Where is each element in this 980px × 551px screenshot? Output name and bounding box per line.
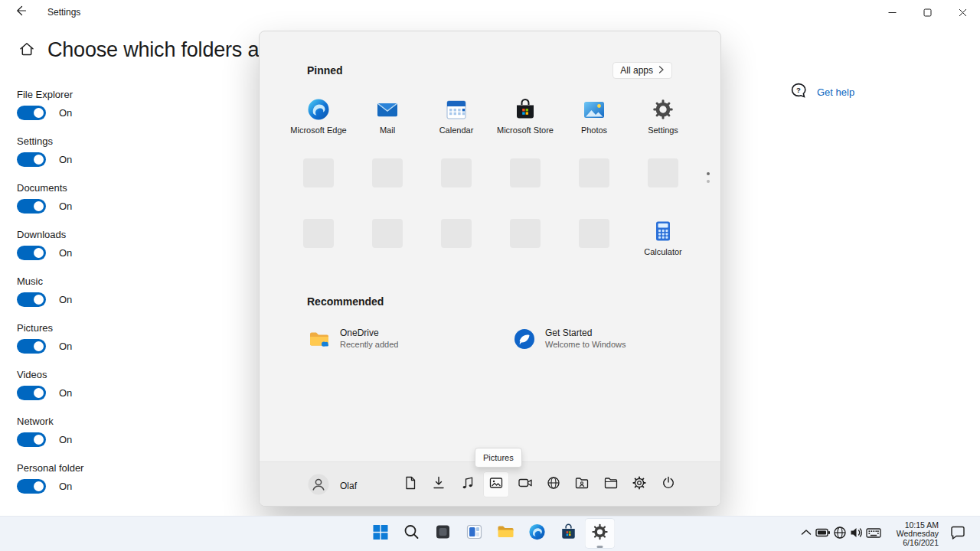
pinned-app-mail[interactable]: Mail	[353, 97, 422, 135]
user-profile-button[interactable]: Olaf	[308, 474, 357, 498]
taskbar-clock[interactable]: 10:15 AM Wednesday 6/16/2021	[882, 521, 945, 548]
settings-taskbar-button[interactable]	[585, 518, 616, 549]
all-apps-label: All apps	[620, 65, 653, 76]
toggle-item-settings: Settings On	[17, 135, 216, 182]
recommended-item-onedrive[interactable]: OneDrive Recently added	[309, 328, 514, 350]
toggle-item-videos: Videos On	[17, 369, 216, 416]
calendar-icon	[444, 97, 469, 122]
network-toggle[interactable]	[17, 432, 46, 447]
shortcut-documents[interactable]	[397, 471, 423, 497]
pinned-app-calendar[interactable]: Calendar	[422, 97, 491, 135]
taskbar-center-icons	[365, 518, 616, 549]
toggle-state: On	[59, 201, 72, 212]
battery-tray-button[interactable]	[815, 519, 831, 549]
titlebar: Settings	[0, 0, 980, 24]
calculator-icon	[651, 219, 675, 243]
widgets-button[interactable]	[459, 518, 490, 549]
store-icon	[513, 97, 537, 122]
svg-text:?: ?	[796, 86, 801, 94]
page-dot	[707, 180, 710, 183]
get-help-link[interactable]: ? Get help	[790, 82, 854, 102]
toggle-item-downloads: Downloads On	[17, 229, 216, 276]
settings-gear-icon	[651, 97, 675, 122]
shortcut-downloads[interactable]	[426, 471, 452, 497]
recommended-section-label: Recommended	[307, 295, 384, 308]
toggle-label: Personal folder	[17, 462, 216, 474]
touch-keyboard-tray-button[interactable]	[865, 519, 882, 549]
clock-date: 6/16/2021	[882, 539, 939, 548]
get-help-icon: ?	[790, 82, 807, 102]
store-icon	[560, 523, 578, 544]
notification-center-button[interactable]	[945, 519, 971, 549]
personal-folder-icon	[574, 475, 590, 494]
search-button[interactable]	[397, 518, 427, 549]
task-view-button[interactable]	[428, 518, 459, 549]
back-button[interactable]	[5, 0, 38, 24]
start-menu: Pinned All apps Microsoft Edge	[259, 31, 721, 507]
toggle-state: On	[59, 481, 72, 492]
file-explorer-taskbar-button[interactable]	[491, 518, 521, 549]
personal-folder-toggle[interactable]	[17, 479, 46, 494]
documents-icon	[403, 475, 418, 494]
widgets-icon	[466, 523, 484, 544]
toggle-state: On	[59, 387, 72, 399]
app-label: Mail	[380, 126, 395, 135]
app-placeholder	[441, 219, 472, 248]
recommended-item-get-started[interactable]: Get Started Welcome to Windows	[514, 328, 719, 350]
edge-taskbar-button[interactable]	[522, 518, 553, 549]
app-placeholder	[303, 219, 334, 248]
start-menu-bottom-bar: Olaf	[260, 461, 720, 506]
app-placeholder	[579, 158, 609, 187]
pictures-toggle[interactable]	[17, 339, 46, 354]
toggle-state: On	[59, 341, 72, 352]
music-toggle[interactable]	[17, 292, 46, 307]
shortcut-settings[interactable]	[626, 471, 652, 497]
shortcut-videos[interactable]	[512, 471, 538, 497]
shortcut-personal-folder[interactable]	[569, 471, 595, 497]
toggle-state: On	[59, 154, 72, 165]
shortcut-pictures[interactable]	[483, 471, 509, 497]
volume-tray-button[interactable]	[848, 519, 865, 549]
chevron-up-icon	[798, 524, 815, 544]
pinned-app-photos[interactable]: Photos	[560, 97, 629, 135]
documents-toggle[interactable]	[17, 199, 46, 214]
pinned-app-microsoft-edge[interactable]: Microsoft Edge	[284, 97, 353, 135]
app-placeholder	[510, 158, 541, 187]
pinned-app-calculator[interactable]: Calculator	[629, 219, 697, 256]
windows-start-icon	[371, 523, 390, 544]
close-button[interactable]	[945, 0, 980, 24]
pinned-app-settings[interactable]: Settings	[629, 97, 697, 135]
battery-icon	[815, 524, 831, 544]
recommended-title: Get Started	[545, 328, 626, 338]
toggle-label: Settings	[17, 135, 216, 147]
toggle-item-documents: Documents On	[17, 182, 216, 229]
maximize-button[interactable]	[910, 0, 945, 24]
file-explorer-toggle[interactable]	[17, 106, 46, 120]
tray-chevron-up-button[interactable]	[798, 519, 815, 549]
taskbar: 10:15 AM Wednesday 6/16/2021	[0, 516, 980, 551]
settings-toggle[interactable]	[17, 152, 46, 167]
shortcut-file-explorer[interactable]	[598, 471, 624, 497]
get-started-icon	[514, 328, 535, 350]
get-help-label: Get help	[817, 86, 854, 98]
pinned-row-1: Microsoft Edge Mail	[284, 97, 697, 135]
shortcut-music[interactable]	[455, 471, 481, 497]
minimize-button[interactable]	[874, 0, 910, 24]
app-label: Microsoft Edge	[290, 126, 346, 135]
all-apps-button[interactable]: All apps	[612, 62, 672, 79]
start-button[interactable]	[365, 518, 396, 549]
shortcut-network[interactable]	[541, 471, 567, 497]
pinned-app-microsoft-store[interactable]: Microsoft Store	[491, 97, 560, 135]
chat-bubble-icon	[949, 524, 966, 544]
videos-toggle[interactable]	[17, 386, 46, 400]
toggle-state: On	[59, 107, 72, 119]
toggle-label: Videos	[17, 369, 216, 380]
app-label: Photos	[581, 126, 607, 135]
volume-icon	[848, 524, 865, 544]
toggle-label: Music	[17, 276, 216, 287]
pinned-page-indicator[interactable]	[707, 172, 710, 183]
store-taskbar-button[interactable]	[554, 518, 584, 549]
downloads-toggle[interactable]	[17, 246, 46, 260]
network-tray-button[interactable]	[831, 519, 848, 549]
power-button[interactable]	[655, 471, 681, 497]
